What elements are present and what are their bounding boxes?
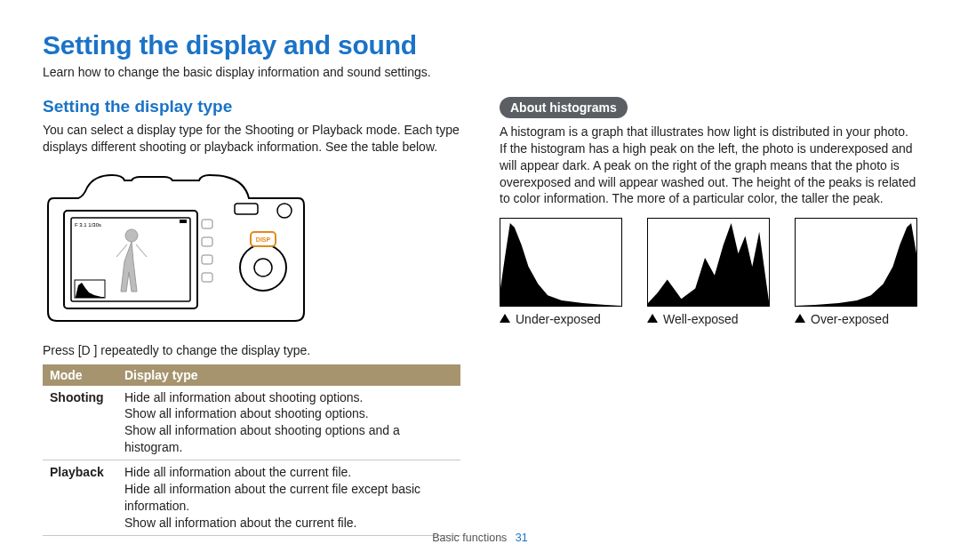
hist-caption: Well-exposed [663,312,739,326]
display-type-table: Mode Display type Shooting Hide all info… [43,364,460,536]
histogram-over: Over-exposed [795,218,917,326]
press-instruction: Press [D] repeatedly to change the displ… [43,342,460,359]
table-row: Playback Hide all information about the … [43,460,460,536]
mode-shooting: Shooting [43,386,117,460]
hist-caption: Over-exposed [811,312,889,326]
svg-point-2 [125,229,138,242]
svg-point-13 [277,204,292,218]
page-title: Setting the display and sound [43,30,917,60]
footer-section: Basic functions [432,532,507,544]
lead-text: Learn how to change the basic display in… [43,64,917,81]
svg-marker-15 [500,223,621,306]
disp-key-label: DISP [256,236,271,243]
svg-marker-17 [796,223,916,306]
lcd-topline: F 3.1 1/30s [75,222,101,228]
th-display: Display type [117,364,460,386]
triangle-icon [500,314,510,323]
display-option: Show all information about the current f… [124,515,453,532]
svg-rect-5 [180,220,187,223]
table-row: Shooting Hide all information about shoo… [43,386,460,460]
mode-playback: Playback [43,460,117,536]
press-post: ] repeatedly to change the display type. [94,343,311,357]
triangle-icon [647,314,658,323]
display-option: Show all information about shooting opti… [124,405,453,422]
section-heading-display-type: Setting the display type [43,97,460,116]
display-option: Show all information about shooting opti… [124,422,453,456]
footer-page-number: 31 [516,532,528,544]
svg-marker-16 [648,223,769,306]
svg-point-11 [254,259,272,276]
display-type-intro: You can select a display type for the Sh… [43,122,460,156]
page-footer: Basic functions 31 [0,532,960,544]
display-option: Hide all information about the current f… [124,464,453,481]
hist-caption: Under-exposed [516,312,601,326]
histogram-under: Under-exposed [500,218,622,326]
left-column: Setting the display type You can select … [43,97,460,536]
right-column: About histograms A histogram is a graph … [500,97,917,536]
camera-illustration: F 3.1 1/30s [43,163,460,332]
triangle-icon [795,314,805,323]
histogram-well: Well-exposed [647,218,770,326]
about-histograms-pill: About histograms [500,97,628,118]
display-option: Hide all information about the current f… [124,481,453,515]
display-option: Hide all information about shooting opti… [124,389,453,406]
press-pre: Press [ [43,343,82,357]
histogram-examples: Under-exposed Well-exposed Over-exposed [500,218,917,326]
about-histograms-body: A histogram is a graph that illustrates … [500,124,917,207]
th-mode: Mode [43,364,117,386]
svg-rect-14 [235,204,258,214]
disp-key-inline: D [82,343,94,357]
camera-svg: F 3.1 1/30s [43,163,309,332]
